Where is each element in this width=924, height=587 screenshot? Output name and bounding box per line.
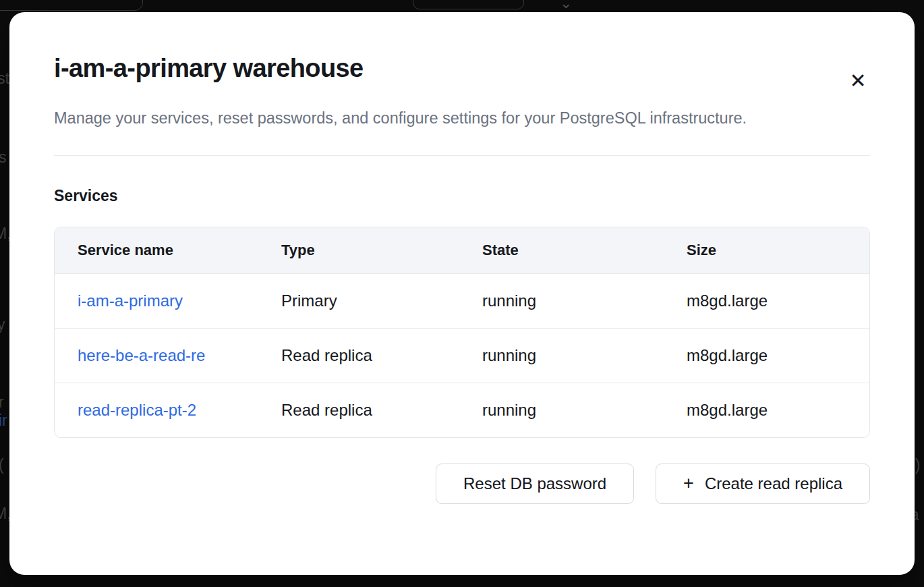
- column-header-type: Type: [258, 227, 459, 274]
- background-input-outline: [0, 0, 143, 11]
- table-header-row: Service name Type State Size: [55, 227, 869, 274]
- table-row: i-am-a-primary Primary running m8gd.larg…: [55, 274, 869, 329]
- close-icon[interactable]: ✕: [843, 66, 873, 96]
- service-type-cell: Primary: [258, 274, 459, 329]
- create-read-replica-label: Create read replica: [705, 474, 842, 493]
- chevron-down-icon: ⌄: [560, 0, 572, 12]
- background-button-outline: [413, 0, 524, 9]
- service-size-cell: m8gd.large: [664, 274, 869, 329]
- service-link[interactable]: i-am-a-primary: [78, 291, 183, 310]
- background-link-fragment: ir: [0, 412, 7, 430]
- background-text-fragment: st: [0, 69, 9, 88]
- background-text-fragment: s: [0, 148, 7, 167]
- reset-db-password-label: Reset DB password: [463, 474, 606, 493]
- warehouse-dialog: i-am-a-primary warehouse ✕ Manage your s…: [9, 12, 915, 575]
- services-heading: Services: [54, 187, 870, 205]
- column-header-service-name: Service name: [55, 227, 258, 274]
- dialog-actions: Reset DB password + Create read replica: [54, 464, 870, 504]
- service-state-cell: running: [459, 329, 664, 383]
- service-name-cell: i-am-a-primary: [55, 274, 258, 329]
- background-text-fragment: r: [0, 393, 4, 412]
- create-read-replica-button[interactable]: + Create read replica: [656, 464, 870, 504]
- dialog-description: Manage your services, reset passwords, a…: [54, 104, 769, 133]
- service-type-cell: Read replica: [258, 383, 459, 438]
- table-row: here-be-a-read-re Read replica running m…: [55, 329, 869, 383]
- column-header-size: Size: [664, 227, 869, 274]
- service-type-cell: Read replica: [258, 329, 459, 383]
- service-size-cell: m8gd.large: [664, 329, 869, 383]
- services-table: Service name Type State Size i-am-a-prim…: [54, 227, 870, 438]
- service-state-cell: running: [459, 274, 664, 329]
- column-header-state: State: [459, 227, 664, 274]
- service-name-cell: read-replica-pt-2: [55, 383, 258, 438]
- service-name-cell: here-be-a-read-re: [55, 329, 258, 383]
- service-link[interactable]: read-replica-pt-2: [78, 401, 196, 419]
- reset-db-password-button[interactable]: Reset DB password: [436, 464, 634, 504]
- dialog-title: i-am-a-primary warehouse: [54, 54, 870, 84]
- service-size-cell: m8gd.large: [664, 383, 869, 438]
- background-text-fragment: y: [0, 316, 5, 334]
- service-link[interactable]: here-be-a-read-re: [78, 346, 205, 365]
- service-state-cell: running: [459, 383, 664, 438]
- divider: [54, 155, 870, 156]
- background-text-fragment: (: [0, 456, 4, 474]
- table-row: read-replica-pt-2 Read replica running m…: [55, 383, 869, 438]
- plus-icon: +: [683, 474, 694, 493]
